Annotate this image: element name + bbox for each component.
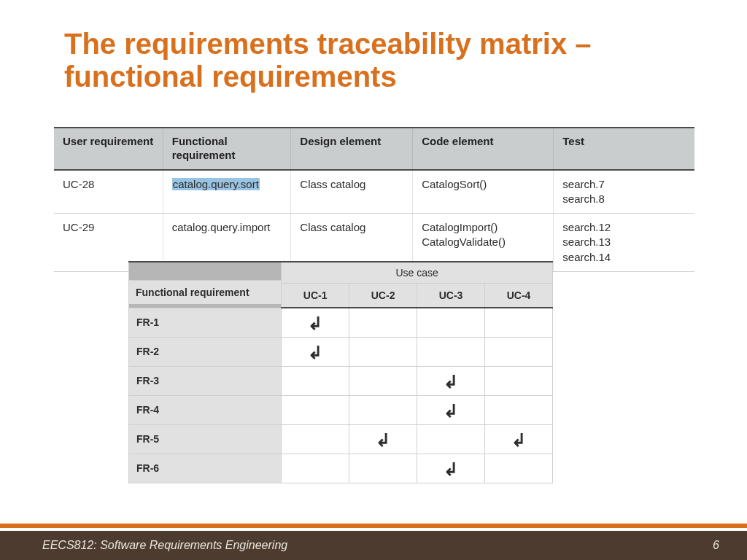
fr-label-cell: FR-4 [129, 395, 282, 424]
matrix-cell: ↲ [282, 337, 349, 366]
matrix-cell: ↲ [417, 454, 485, 483]
uc-header: UC-1 [282, 284, 349, 308]
matrix-cell [417, 308, 485, 337]
col-header: Test [554, 128, 694, 170]
uc-header: UC-3 [417, 284, 485, 308]
uc-header: UC-4 [485, 284, 553, 308]
matrix-row: FR-4↲ [129, 395, 553, 424]
matrix-cell: ↲ [349, 424, 417, 454]
table-cell: catalog.query.sort [163, 170, 291, 214]
checkmark-icon: ↲ [308, 344, 322, 362]
slide-title: The requirements traceability matrix – f… [64, 28, 662, 93]
table-cell: search.12search.13search.14 [554, 214, 694, 272]
fr-label-cell: FR-3 [129, 366, 282, 395]
matrix-cell [485, 395, 553, 424]
matrix-cell: ↲ [282, 308, 349, 337]
matrix-row: FR-2↲ [129, 337, 553, 366]
checkmark-icon: ↲ [376, 432, 390, 449]
matrix-cell [349, 308, 417, 337]
fr-label-cell: FR-6 [129, 454, 282, 483]
col-header: User requirement [54, 128, 163, 170]
traceability-table: User requirement Functional requirement … [54, 127, 694, 272]
checkmark-icon: ↲ [444, 461, 458, 478]
matrix-row: FR-1↲ [129, 308, 553, 337]
slide-footer: EECS812: Software Requirements Engineeri… [0, 531, 747, 560]
checkmark-icon: ↲ [444, 373, 458, 391]
matrix-cell [417, 424, 485, 454]
footer-accent-line [0, 524, 747, 528]
matrix-table-wrap: Functional requirement Use case UC-1UC-2… [128, 261, 553, 483]
col-header: Design element [291, 128, 413, 170]
fr-header: Functional requirement [128, 280, 282, 304]
matrix-cell: ↲ [417, 366, 485, 395]
fr-label-cell: FR-5 [129, 424, 282, 454]
checkmark-icon: ↲ [308, 315, 322, 332]
footer-course: EECS812: Software Requirements Engineeri… [42, 539, 287, 552]
slide: The requirements traceability matrix – f… [0, 0, 747, 560]
table-cell: CatalogSort() [413, 170, 554, 214]
fr-label-cell: FR-1 [129, 308, 282, 337]
table-cell: UC-28 [54, 170, 163, 214]
use-case-group-header: Use case [282, 262, 553, 284]
matrix-cell [349, 366, 417, 395]
col-header: Code element [413, 128, 554, 170]
matrix-cell [282, 395, 349, 424]
matrix-row: FR-6↲ [129, 454, 553, 483]
matrix-cell [282, 454, 349, 483]
matrix-cell [485, 337, 553, 366]
fr-label-cell: FR-2 [129, 337, 282, 366]
matrix-cell: ↲ [417, 395, 485, 424]
uc-header: UC-2 [349, 284, 417, 308]
matrix-table: Functional requirement Use case UC-1UC-2… [128, 261, 553, 483]
table-cell: Class catalog [291, 170, 413, 214]
matrix-cell [282, 366, 349, 395]
matrix-cell [485, 366, 553, 395]
matrix-cell: ↲ [485, 424, 553, 454]
col-header: Functional requirement [163, 128, 291, 170]
matrix-cell [349, 337, 417, 366]
matrix-cell [349, 395, 417, 424]
checkmark-icon: ↲ [511, 432, 526, 449]
table-header-row: User requirement Functional requirement … [54, 128, 694, 170]
matrix-corner: Functional requirement [129, 262, 282, 308]
matrix-cell [485, 308, 553, 337]
matrix-cell [417, 337, 485, 366]
matrix-cell [485, 454, 553, 483]
highlighted-text: catalog.query.sort [172, 178, 260, 190]
checkmark-icon: ↲ [444, 402, 458, 420]
table-row: UC-28catalog.query.sortClass catalogCata… [54, 170, 694, 214]
matrix-cell [282, 424, 349, 454]
matrix-row: FR-3↲ [129, 366, 553, 395]
matrix-cell [349, 454, 417, 483]
matrix-row: FR-5↲↲ [129, 424, 553, 454]
footer-page-number: 6 [713, 539, 719, 552]
table-cell: search.7search.8 [554, 170, 694, 214]
